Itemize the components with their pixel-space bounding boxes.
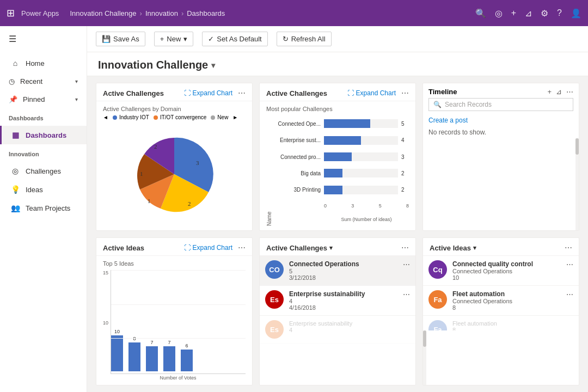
toolbar: 💾 Save As + New ▾ ✓ Set As Default ↻ Ref…	[87, 26, 588, 52]
page-title: Innovation Challenge ▾	[98, 59, 577, 71]
avatar-cq: Cq	[428, 260, 447, 279]
set-as-default-button[interactable]: ✓ Set As Default	[202, 32, 267, 46]
list-item-title-fa: Fleet automation	[452, 290, 561, 298]
timeline-create-post[interactable]: Create a post	[423, 114, 579, 126]
list-item-more-es[interactable]: ⋯	[403, 290, 410, 298]
hamburger-icon[interactable]: ☰	[0, 26, 87, 52]
filter-icon[interactable]: ⊿	[525, 8, 532, 19]
expand-chart-btn-bar[interactable]: ⛶ Expand Chart	[347, 89, 396, 97]
timeline-title: Timeline	[428, 88, 545, 96]
sidebar-item-pinned[interactable]: 📌Pinned ▾	[0, 90, 87, 108]
list-item-score-co: 5	[289, 268, 397, 274]
card-title-pie: Active Challenges	[103, 89, 180, 97]
list-item-fa[interactable]: Fa Fleet automation Connected Operations…	[423, 286, 579, 316]
avatar-co: CO	[265, 260, 284, 279]
list-item-more-cq[interactable]: ⋯	[566, 260, 573, 268]
sidebar-item-dashboards[interactable]: ▦ Dashboards	[0, 126, 87, 144]
sidebar-item-home[interactable]: ⌂ Home	[0, 54, 87, 72]
list-item-content-cq: Connected quality control Connected Oper…	[452, 260, 561, 281]
vbar-col-2: 7	[146, 340, 158, 371]
add-icon[interactable]: +	[511, 8, 516, 18]
dashboard-icon: ▦	[10, 131, 20, 139]
page-title-dropdown-icon[interactable]: ▾	[211, 61, 215, 70]
list-item-cq[interactable]: Cq Connected quality control Connected O…	[423, 256, 579, 286]
sidebar-item-ideas[interactable]: 💡 Ideas	[0, 180, 87, 199]
plus-icon: +	[160, 35, 164, 43]
card-actions-bar: ⛶ Expand Chart ⋯	[347, 89, 409, 97]
card-active-challenges-pie: Active Challenges ⛶ Expand Chart ⋯ Activ…	[96, 83, 253, 231]
card-more-challenges-list[interactable]: ⋯	[401, 243, 409, 252]
sidebar-innovation-section: ◎ Challenges 💡 Ideas 👥 Team Projects	[0, 162, 87, 217]
expand-chart-btn-ideas[interactable]: ⛶ Expand Chart	[184, 244, 232, 252]
timeline-search-placeholder: Search Records	[445, 101, 492, 108]
search-icon[interactable]: 🔍	[475, 8, 486, 19]
new-button[interactable]: + New ▾	[154, 32, 194, 46]
list-item-content-co: Connected Operations 5 3/12/2018	[289, 260, 397, 281]
list-item-more-fa[interactable]: ⋯	[566, 290, 573, 298]
vbar-col-4: 6	[181, 343, 193, 371]
ideas-bar-subtitle: Top 5 Ideas	[103, 260, 246, 267]
card-more-ideas[interactable]: ⋯	[238, 243, 246, 252]
hbar-row-2: Connected pro... 3	[274, 152, 409, 161]
sidebar-main-section: ⌂ Home ◷Recent ▾ 📌Pinned ▾	[0, 54, 87, 108]
svg-text:2: 2	[188, 200, 191, 207]
recent-icon: ◷	[9, 77, 15, 85]
card-header-ideas-list: Active Ideas ▾ ⋯	[423, 238, 579, 256]
avatar-ghost: Es	[265, 320, 284, 339]
vbar-col-1: 8	[128, 336, 140, 371]
timeline-more-icon[interactable]: ⋯	[566, 88, 573, 96]
list-item-co[interactable]: CO Connected Operations 5 3/12/2018 ⋯	[260, 256, 415, 286]
content-area: 💾 Save As + New ▾ ✓ Set As Default ↻ Ref…	[87, 26, 588, 392]
list-item-subtitle-cq: Connected Operations	[452, 268, 561, 274]
card-more-bar[interactable]: ⋯	[401, 89, 409, 97]
ideas-icon: 💡	[10, 185, 20, 194]
timeline-search[interactable]: 🔍 Search Records	[428, 98, 573, 111]
help-icon[interactable]: ?	[557, 8, 562, 18]
sidebar-item-recent[interactable]: ◷Recent ▾	[0, 72, 87, 90]
list-item-more-co[interactable]: ⋯	[403, 260, 410, 268]
vbar-col-3: 7	[163, 340, 175, 371]
timeline-add-icon[interactable]: +	[547, 88, 552, 96]
sidebar-item-team-projects[interactable]: 👥 Team Projects	[0, 199, 87, 217]
card-actions-pie: ⛶ Expand Chart ⋯	[184, 89, 246, 97]
sidebar-pinned-label: Pinned	[23, 95, 45, 103]
refresh-all-button[interactable]: ↻ Refresh All	[277, 32, 332, 46]
refresh-all-label: Refresh All	[291, 35, 326, 43]
app-brand: Power Apps	[21, 9, 59, 17]
ideas-list-dropdown-icon[interactable]: ▾	[473, 244, 476, 252]
target-icon[interactable]: ◎	[495, 8, 503, 19]
timeline-scroll-area	[423, 138, 579, 230]
avatar-fa: Fa	[428, 290, 447, 309]
card-more-pie[interactable]: ⋯	[238, 89, 246, 97]
sidebar-ideas-label: Ideas	[26, 186, 43, 194]
list-item-score-fa: 8	[452, 304, 561, 311]
expand-chart-btn-pie[interactable]: ⛶ Expand Chart	[184, 89, 232, 97]
search-icon-timeline: 🔍	[433, 101, 442, 108]
user-icon[interactable]: 👤	[571, 8, 581, 19]
card-actions-ideas-bar: ⛶ Expand Chart ⋯	[184, 243, 246, 252]
legend-label-2: IT/OT convergence	[160, 114, 206, 120]
bar-chart-subtitle: Most popular Challenges	[266, 106, 409, 112]
list-item-date-es: 4/16/2018	[289, 304, 397, 311]
save-as-button[interactable]: 💾 Save As	[96, 32, 145, 46]
x-axis-ticks: 0358	[274, 203, 409, 209]
refresh-icon: ↻	[283, 35, 289, 43]
list-item-content-es: Enterprise sustainability 4 4/16/2018	[289, 290, 397, 311]
svg-text:3: 3	[196, 160, 199, 166]
nav-icons: 🔍 ◎ + ⊿ ⚙ ? 👤	[475, 8, 581, 19]
sidebar: ☰ ⌂ Home ◷Recent ▾ 📌Pinned ▾ Dashboards …	[0, 26, 87, 392]
waffle-icon[interactable]: ⊞	[7, 7, 15, 19]
sidebar-item-challenges[interactable]: ◎ Challenges	[0, 162, 87, 180]
card-ideas-list: Active Ideas ▾ ⋯ Cq Connected quality co…	[422, 237, 579, 385]
card-more-ideas-list[interactable]: ⋯	[565, 243, 572, 252]
timeline-filter-icon[interactable]: ⊿	[556, 88, 562, 96]
save-as-label: Save As	[113, 35, 139, 43]
challenges-list-dropdown-icon[interactable]: ▾	[329, 244, 333, 252]
nav-prev-icon[interactable]: ◄	[103, 114, 108, 120]
page-header: Innovation Challenge ▾	[87, 52, 588, 76]
nav-next-icon[interactable]: ►	[232, 114, 238, 120]
x-axis-label: Sum (Number of ideas)	[274, 217, 409, 222]
settings-icon[interactable]: ⚙	[541, 8, 548, 19]
pie-chart-svg: 3 2 1 1 2	[128, 132, 220, 217]
list-item-es[interactable]: Es Enterprise sustainability 4 4/16/2018…	[260, 286, 415, 316]
